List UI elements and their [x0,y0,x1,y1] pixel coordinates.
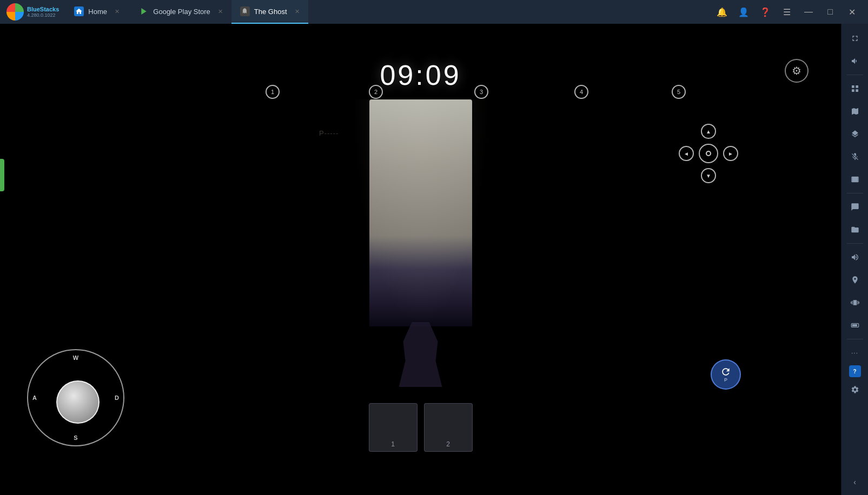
record-icon[interactable] [845,315,865,336]
game-timer: 09:09 [380,59,461,91]
sidebar-collapse-arrow[interactable]: ‹ [849,473,860,491]
mic-off-icon[interactable] [845,146,865,167]
map-icon[interactable] [845,101,865,122]
marker-1[interactable]: 1 [266,85,280,99]
help-badge[interactable]: ? [849,365,861,377]
bluestacks-logo-icon [6,3,24,21]
joystick-w-label: W [73,354,78,361]
sidebar-divider-4 [847,339,863,339]
dpad-down[interactable]: ▼ [701,168,716,183]
dpad: ▲ ▼ ◄ ► [679,124,738,183]
left-edge-indicator [0,159,4,191]
slot-2-number: 2 [446,440,450,448]
game-scene: P----- 09:09 1 2 3 4 5 ⚙ [0,24,841,495]
screenshot-icon[interactable] [845,169,865,190]
svg-marker-0 [142,8,147,15]
marker-3[interactable]: 3 [474,85,488,99]
ghost-tab-close[interactable]: ✕ [295,8,300,15]
tab-google-play-store[interactable]: Google Play Store ✕ [130,0,231,24]
inventory-bar: 1 2 [369,403,473,452]
help-badge-text: ? [853,369,856,374]
home-tab-close[interactable]: ✕ [115,8,120,15]
marker-2[interactable]: 2 [369,85,383,99]
dpad-area: ▲ ▼ ◄ ► [679,124,738,183]
dpad-right[interactable]: ► [723,146,738,161]
joystick-inner [56,380,100,424]
refresh-icon [720,366,731,377]
account-icon[interactable]: 👤 [736,4,751,19]
joystick-outer: W A D S [27,349,124,446]
minimize-button[interactable]: — [801,4,816,19]
ghost-tab-label: The Ghost [254,8,287,16]
dpad-center-dot [706,151,711,156]
tab-home[interactable]: Home ✕ [65,0,130,24]
svg-rect-4 [852,324,857,326]
inventory-slot-2[interactable]: 2 [424,403,473,452]
notification-icon[interactable]: 🔔 [714,4,730,19]
home-tab-icon [74,6,84,16]
layers-icon[interactable] [845,124,865,144]
volume-icon[interactable] [845,51,865,71]
chat-icon[interactable] [845,197,865,217]
dpad-center [699,144,718,163]
volume3-icon[interactable] [845,247,865,267]
bluestacks-logo: BlueStacks 4.280.0.1022 [0,3,65,21]
joystick-area[interactable]: W A D S [27,349,124,446]
gps-tab-label: Google Play Store [153,8,210,16]
shadow-figure [399,322,442,387]
light-pillar [369,99,472,326]
menu-icon[interactable]: ☰ [779,4,794,19]
action-button-p[interactable]: P [711,359,741,390]
right-sidebar: ··· ? ‹ [841,24,868,495]
ghost-tab-icon [240,6,250,16]
timer-minutes: 09 [426,59,461,91]
expand-icon[interactable] [845,28,865,49]
game-area[interactable]: P----- 09:09 1 2 3 4 5 ⚙ [0,24,841,495]
more-icon[interactable]: ··· [845,343,865,363]
marker-4[interactable]: 4 [574,85,588,99]
marker-5[interactable]: 5 [672,85,686,99]
help-icon[interactable]: ❓ [758,4,773,19]
dpad-up[interactable]: ▲ [701,124,716,139]
dpad-left[interactable]: ◄ [679,146,694,161]
sidebar-divider-3 [847,243,863,244]
joystick-d-label: D [115,394,119,401]
sidebar-divider-2 [847,193,863,193]
vibrate-icon[interactable] [845,292,865,313]
inventory-slot-1[interactable]: 1 [369,403,418,452]
timer-separator: : [415,59,425,91]
maximize-button[interactable]: □ [823,4,838,19]
grid-icon[interactable] [845,78,865,99]
svg-point-2 [854,178,856,180]
bluestacks-name: BlueStacks [27,6,59,12]
timer-hours: 09 [380,59,415,91]
settings-gear-icon[interactable] [845,379,865,400]
tab-the-ghost[interactable]: The Ghost ✕ [231,0,308,24]
titlebar: BlueStacks 4.280.0.1022 Home ✕ Google Pl… [0,0,868,24]
game-settings-button[interactable]: ⚙ [785,59,809,83]
sidebar-divider-1 [847,75,863,75]
joystick-s-label: S [74,434,77,441]
location-icon[interactable] [845,270,865,290]
joystick-a-label: A [32,394,37,401]
folder-icon[interactable] [845,219,865,240]
game-overlay-text: P----- [319,129,339,137]
main-content: P----- 09:09 1 2 3 4 5 ⚙ [0,24,868,495]
close-button[interactable]: ✕ [844,4,859,19]
slot-1-number: 1 [391,440,395,448]
action-button-p-label: P [724,377,727,383]
titlebar-controls: 🔔 👤 ❓ ☰ — □ ✕ [714,4,868,19]
gps-tab-icon [139,6,149,16]
gps-tab-close[interactable]: ✕ [218,8,223,15]
home-tab-label: Home [88,8,107,16]
bluestacks-version: 4.280.0.1022 [27,12,59,18]
